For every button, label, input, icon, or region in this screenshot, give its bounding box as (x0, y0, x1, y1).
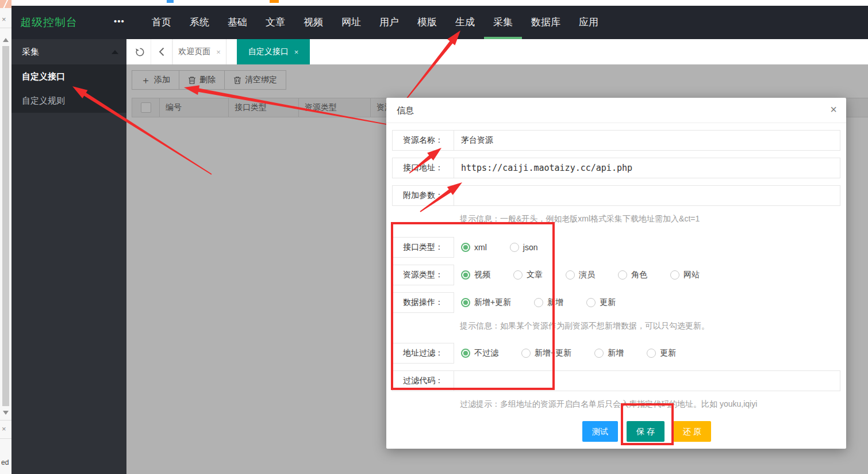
filter-code-input[interactable] (454, 370, 840, 391)
nav-item-collect[interactable]: 采集 (484, 6, 522, 39)
nav-item-basic[interactable]: 基础 (218, 6, 256, 39)
radio-icon (461, 270, 470, 280)
radio-icon (510, 243, 519, 252)
field-label: 资源名称： (392, 130, 454, 151)
extra-params-input[interactable] (454, 185, 840, 206)
radio-icon (461, 298, 470, 307)
test-button[interactable]: 测试 (582, 421, 618, 442)
nav-item-generate[interactable]: 生成 (446, 6, 484, 39)
app-logo: 超级控制台 (20, 6, 78, 39)
sidebar-group-collect[interactable]: 采集 (11, 39, 126, 64)
nav-item-database[interactable]: 数据库 (522, 6, 570, 39)
field-label: 地址过滤： (392, 343, 454, 364)
radio-option[interactable]: 新增+更新 (461, 297, 511, 308)
divider (0, 420, 11, 421)
radio-option[interactable]: 新增+更新 (521, 348, 571, 358)
params-hint: 提示信息：一般&开头，例如老版xml格式采集下载地址需加入&ct=1 (460, 213, 840, 224)
radio-option[interactable]: xml (461, 243, 487, 252)
radio-option[interactable]: 新增 (534, 297, 563, 308)
api-url-input[interactable]: https://caiji.maotaizy.cc/api.php (454, 158, 840, 178)
filter-hint: 过滤提示：多组地址的资源开启白名单后只会入库指定代码的地址。比如 youku,i… (460, 398, 840, 410)
field-label: 过滤代码： (392, 370, 454, 391)
radio-icon (566, 270, 575, 280)
radio-group-interface-type: xmljson (454, 237, 840, 258)
field-interface-type: 接口类型： xmljson (392, 237, 840, 258)
dialog-buttons: 测试 保 存 还 原 (582, 421, 840, 442)
tab-label: 欢迎页面 (178, 47, 210, 57)
radio-option[interactable]: 网站 (670, 270, 700, 280)
nav-item-user[interactable]: 用户 (370, 6, 408, 39)
radio-label: json (523, 243, 538, 252)
background-window-strip: × × ed (0, 0, 11, 474)
tab-close-icon[interactable]: × (216, 48, 221, 56)
radio-option[interactable]: 更新 (647, 348, 676, 358)
scroll-down-icon[interactable] (3, 411, 9, 415)
radio-icon (594, 349, 604, 358)
radio-option[interactable]: 角色 (618, 270, 647, 280)
radio-icon (461, 243, 470, 252)
field-filter-code: 过滤代码： (392, 370, 840, 391)
field-resource-type: 资源类型： 视频文章演员角色网站 (392, 265, 840, 285)
nav-item-video[interactable]: 视频 (294, 6, 332, 39)
radio-option[interactable]: 新增 (594, 348, 624, 358)
refresh-icon[interactable] (131, 39, 148, 64)
field-label: 数据操作： (392, 292, 454, 313)
more-menu-icon[interactable]: ••• (114, 6, 125, 39)
tab-bar: 欢迎页面 × 自定义接口 × (126, 39, 868, 65)
tab-close-icon[interactable]: × (294, 48, 299, 56)
radio-icon (586, 298, 596, 307)
radio-icon (647, 349, 656, 358)
tab-label: 自定义接口 (248, 47, 289, 57)
field-data-operation: 数据操作： 新增+更新新增更新 (392, 292, 840, 313)
radio-icon (618, 270, 627, 280)
tab-custom-interface[interactable]: 自定义接口 × (237, 39, 310, 64)
dialog-title: 信息 (397, 105, 414, 115)
nav-item-template[interactable]: 模版 (408, 6, 446, 39)
sidebar-item-custom-rule[interactable]: 自定义规则 (11, 89, 126, 113)
field-label: 附加参数： (392, 185, 454, 206)
app-header: 超级控制台 ••• 首页 系统 基础 文章 视频 网址 用户 模版 生成 采集 … (11, 6, 868, 39)
radio-icon (461, 349, 470, 358)
tab-welcome[interactable]: 欢迎页面 × (172, 39, 226, 64)
close-icon[interactable]: × (2, 16, 6, 23)
radio-label: 角色 (631, 270, 647, 280)
radio-label: 新增+更新 (474, 297, 511, 308)
close-icon[interactable]: × (2, 425, 6, 433)
main-nav: 首页 系统 基础 文章 视频 网址 用户 模版 生成 采集 数据库 应用 (143, 6, 608, 39)
field-label: 资源类型： (392, 265, 454, 285)
field-resource-name: 资源名称： 茅台资源 (392, 130, 840, 151)
radio-option[interactable]: 视频 (461, 270, 490, 280)
nav-item-home[interactable]: 首页 (143, 6, 180, 39)
radio-group-resource-type: 视频文章演员角色网站 (454, 265, 840, 285)
radio-option[interactable]: 演员 (566, 270, 595, 280)
radio-option[interactable]: 文章 (513, 270, 543, 280)
radio-label: 新增 (608, 348, 624, 358)
resource-name-input[interactable]: 茅台资源 (454, 130, 840, 151)
nav-item-url[interactable]: 网址 (332, 6, 370, 39)
radio-option[interactable]: 不过滤 (461, 348, 498, 358)
sidebar-group-label: 采集 (22, 47, 39, 56)
top-strip-orange-mark (270, 0, 279, 3)
radio-label: 网站 (683, 270, 700, 280)
radio-label: 更新 (660, 348, 676, 358)
restore-button[interactable]: 还 原 (673, 421, 711, 442)
scroll-up-icon[interactable] (3, 38, 9, 42)
nav-item-article[interactable]: 文章 (256, 6, 294, 39)
dialog-title-bar: 信息 × (386, 98, 846, 123)
radio-icon (534, 298, 543, 307)
field-label: 接口类型： (392, 237, 454, 258)
sidebar-item-custom-interface[interactable]: 自定义接口 (11, 64, 126, 89)
chevron-left-icon[interactable] (153, 39, 170, 64)
info-dialog: 信息 × 资源名称： 茅台资源 接口地址： https://caiji.maot… (386, 98, 846, 449)
divider (0, 28, 11, 28)
radio-option[interactable]: 更新 (586, 297, 616, 308)
save-button[interactable]: 保 存 (627, 421, 665, 442)
field-api-url: 接口地址： https://caiji.maotaizy.cc/api.php (392, 158, 840, 178)
nav-item-app[interactable]: 应用 (570, 6, 608, 39)
close-icon[interactable]: × (830, 98, 837, 123)
field-extra-params: 附加参数： (392, 185, 840, 206)
scrollbar-thumb[interactable] (2, 46, 9, 406)
radio-label: xml (474, 243, 487, 252)
radio-option[interactable]: json (510, 243, 538, 252)
nav-item-system[interactable]: 系统 (180, 6, 218, 39)
